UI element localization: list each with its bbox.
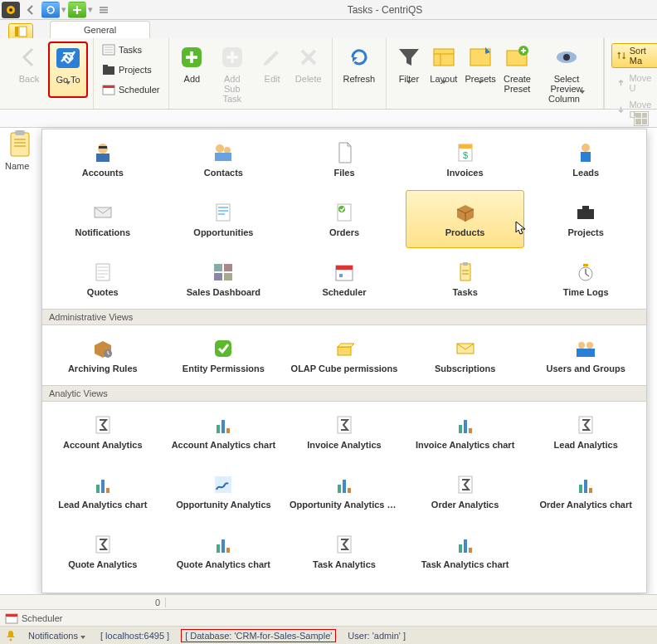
quote_analytics-icon — [90, 533, 116, 556]
account_analytics_chart-icon — [210, 413, 236, 437]
svg-rect-50 — [338, 347, 351, 355]
ribbon-group-edit: Add Add Sub Task Edit Delete — [169, 38, 333, 109]
tile-users_and_groups[interactable]: Users and Groups — [526, 326, 645, 384]
tile-lead_analytics_chart[interactable]: Lead Analytics chart — [43, 462, 163, 520]
tile-quote_analytics[interactable]: Quote Analytics — [43, 522, 163, 580]
ribbon-group-refresh: Refresh — [333, 38, 387, 109]
tile-invoice_analytics_chart[interactable]: Invoice Analytics chart — [406, 402, 525, 461]
select-preview-column-button[interactable]: Select Preview Column — [535, 41, 599, 106]
tile-task_analytics[interactable]: Task Analytics — [285, 522, 404, 580]
tile-label: Sales Dashboard — [183, 287, 264, 297]
tile-products[interactable]: Products — [406, 190, 525, 248]
tile-scheduler[interactable]: Scheduler — [285, 250, 404, 308]
tile-quote_analytics_chart[interactable]: Quote Analytics chart — [164, 522, 284, 580]
goto-admin-tiles: Archiving RulesEntity PermissionsOLAP Cu… — [42, 325, 646, 385]
status-notifications[interactable]: Notifications — [25, 631, 89, 641]
chevron-down-icon — [66, 81, 71, 95]
svg-rect-81 — [464, 539, 467, 553]
goto-button[interactable]: Go To — [48, 41, 88, 98]
tile-label: Order Analytics chart — [536, 500, 635, 510]
quick-access-toolbar: ▾ ▾ — [0, 2, 113, 18]
svg-rect-7 — [103, 65, 108, 67]
tile-label: Order Analytics — [428, 500, 503, 510]
tile-contacts[interactable]: Contacts — [164, 130, 284, 188]
add-sub-task-button[interactable]: Add Sub Task — [210, 41, 254, 106]
chevron-down-icon — [441, 80, 446, 94]
presets-button[interactable]: Presets — [461, 41, 499, 96]
tile-account_analytics[interactable]: Account Analytics — [43, 402, 163, 461]
tile-label: Tasks — [449, 287, 480, 297]
move-up-button[interactable]: Move U — [611, 71, 657, 95]
tile-tasks[interactable]: Tasks — [406, 250, 525, 308]
add-button[interactable]: Add — [174, 41, 211, 96]
record-count-bar: 0 — [0, 594, 657, 609]
tile-orders[interactable]: Orders — [285, 190, 404, 248]
add-icon[interactable] — [68, 2, 86, 18]
tile-opportunity_analytics[interactable]: Opportunity Analytics — [164, 462, 284, 520]
tile-archiving_rules[interactable]: Archiving Rules — [43, 326, 163, 384]
scheduler-icon — [5, 612, 18, 624]
tile-files[interactable]: Files — [285, 130, 404, 188]
view-scheduler[interactable]: Scheduler — [99, 81, 163, 98]
app-orb[interactable] — [2, 2, 20, 18]
create-preset-button[interactable]: Create Preset — [499, 41, 534, 96]
tab-general[interactable]: General — [50, 21, 150, 38]
account_analytics-icon — [90, 413, 116, 437]
tile-label: Lead Analytics chart — [55, 500, 150, 510]
tile-accounts[interactable]: Accounts — [43, 130, 163, 188]
products-icon — [452, 201, 479, 224]
svg-rect-68 — [338, 485, 341, 493]
tile-leads[interactable]: Leads — [526, 130, 645, 188]
svg-rect-54 — [577, 349, 595, 357]
tile-olap_cube_permissions[interactable]: OLAP Cube permissions — [285, 326, 404, 384]
tile-sales_dashboard[interactable]: Sales Dashboard — [164, 250, 284, 308]
back-button[interactable]: Back — [10, 41, 48, 96]
svg-point-52 — [578, 342, 585, 349]
layout-toggle-button[interactable] — [8, 23, 33, 40]
svg-rect-67 — [215, 476, 231, 493]
refresh-icon[interactable] — [41, 2, 60, 18]
filter-button[interactable]: Filter — [392, 41, 426, 96]
tile-task_analytics_chart[interactable]: Task Analytics chart — [406, 522, 525, 580]
svg-rect-22 — [99, 146, 107, 149]
tile-time_logs[interactable]: Time Logs — [526, 250, 645, 308]
sort-button[interactable]: Sort Ma — [611, 43, 657, 68]
view-projects[interactable]: Projects — [99, 61, 155, 78]
tile-quotes[interactable]: Quotes — [43, 250, 163, 308]
svg-rect-18 — [11, 133, 29, 156]
delete-button[interactable]: Delete — [290, 41, 327, 96]
tile-order_analytics[interactable]: Order Analytics — [406, 462, 525, 520]
name-column-header[interactable]: Name — [2, 161, 38, 171]
notifications-icon — [90, 201, 116, 224]
tile-entity_permissions[interactable]: Entity Permissions — [164, 326, 284, 384]
tile-invoices[interactable]: $Invoices — [406, 130, 525, 188]
tile-label: Quote Analytics — [65, 559, 140, 569]
tile-label: Subscriptions — [431, 363, 499, 373]
tile-order_analytics_chart[interactable]: Order Analytics chart — [526, 462, 645, 520]
scheduler-tab[interactable]: Scheduler — [22, 613, 63, 623]
refresh-button[interactable]: Refresh — [338, 41, 382, 96]
tile-invoice_analytics[interactable]: Invoice Analytics — [285, 402, 404, 461]
chevron-down-icon — [80, 636, 85, 639]
tile-opportunities[interactable]: Opportunities — [164, 190, 284, 248]
tile-account_analytics_chart[interactable]: Account Analytics chart — [164, 402, 284, 461]
svg-rect-80 — [459, 544, 462, 553]
edit-button[interactable]: Edit — [254, 41, 290, 96]
svg-rect-69 — [343, 480, 346, 493]
layout-button[interactable]: Layout — [426, 41, 461, 96]
tile-notifications[interactable]: Notifications — [43, 190, 163, 248]
tile-projects[interactable]: Projects — [526, 190, 645, 248]
svg-rect-3 — [19, 27, 27, 37]
svg-rect-27 — [459, 144, 472, 149]
svg-rect-45 — [463, 262, 468, 266]
back-icon[interactable] — [22, 2, 40, 18]
qat-more-icon[interactable] — [95, 2, 113, 18]
tile-label: Opportunities — [190, 227, 256, 237]
bottom-tab-bar: Scheduler — [0, 609, 657, 626]
view-tasks[interactable]: Tasks — [99, 41, 145, 58]
tile-lead_analytics[interactable]: Lead Analytics — [526, 402, 645, 461]
tile-subscriptions[interactable]: Subscriptions — [406, 326, 525, 384]
tile-opportunity_analytics_chart[interactable]: Opportunity Analytics c... — [285, 462, 404, 520]
move-down-button[interactable]: Move D — [611, 98, 657, 121]
analytic-views-header: Analytic Views — [42, 385, 646, 402]
